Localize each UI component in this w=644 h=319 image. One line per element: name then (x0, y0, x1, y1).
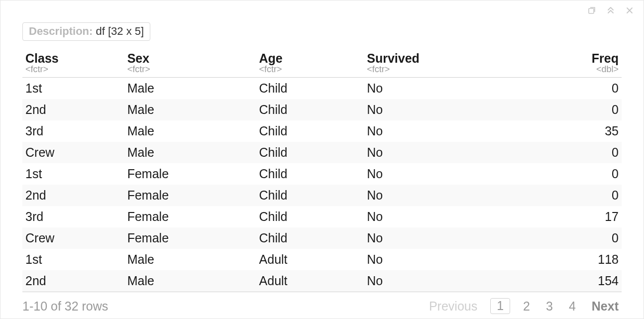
close-icon[interactable] (625, 5, 635, 15)
cell-age: Child (256, 227, 364, 249)
cell-class: 1st (22, 163, 124, 185)
col-type: <fctr> (259, 65, 361, 74)
cell-age: Child (256, 185, 364, 206)
svg-rect-0 (589, 8, 594, 13)
cell-sex: Female (124, 227, 256, 249)
cell-sex: Female (124, 163, 256, 185)
cell-sex: Male (124, 249, 256, 270)
cell-sex: Male (124, 120, 256, 142)
cell-freq: 17 (514, 206, 622, 227)
table-row: 3rdMaleChildNo35 (22, 120, 622, 142)
col-header-survived[interactable]: Survived <fctr> (364, 51, 514, 78)
table-row: 1stMaleAdultNo118 (22, 249, 622, 270)
cell-age: Child (256, 120, 364, 142)
cell-freq: 0 (514, 227, 622, 249)
col-header-class[interactable]: Class <fctr> (22, 51, 124, 78)
cell-age: Adult (256, 270, 364, 292)
cell-class: 3rd (22, 120, 124, 142)
table-row: 2ndMaleChildNo0 (22, 99, 622, 120)
cell-freq: 35 (514, 120, 622, 142)
cell-class: 2nd (22, 185, 124, 206)
col-name: Survived (367, 52, 511, 65)
cell-freq: 0 (514, 185, 622, 206)
cell-survived: No (364, 78, 514, 100)
cell-class: 1st (22, 78, 124, 100)
cell-survived: No (364, 249, 514, 270)
popout-icon[interactable] (587, 5, 597, 15)
col-name: Age (259, 52, 361, 65)
cell-class: Crew (22, 142, 124, 163)
col-header-freq[interactable]: Freq <dbl> (514, 51, 622, 78)
cell-class: Crew (22, 227, 124, 249)
table-body: 1stMaleChildNo02ndMaleChildNo03rdMaleChi… (22, 78, 622, 292)
cell-class: 3rd (22, 206, 124, 227)
cell-sex: Male (124, 142, 256, 163)
cell-freq: 0 (514, 142, 622, 163)
cell-class: 2nd (22, 270, 124, 292)
col-name: Class (25, 52, 121, 65)
col-name: Freq (517, 52, 619, 65)
col-type: <fctr> (367, 65, 511, 74)
cell-freq: 118 (514, 249, 622, 270)
cell-sex: Male (124, 270, 256, 292)
pager-previous[interactable]: Previous (426, 299, 480, 314)
cell-survived: No (364, 99, 514, 120)
cell-survived: No (364, 142, 514, 163)
cell-freq: 154 (514, 270, 622, 292)
pager: Previous 1234Next (426, 298, 622, 314)
cell-survived: No (364, 227, 514, 249)
cell-sex: Female (124, 185, 256, 206)
pager-page-4[interactable]: 4 (566, 299, 579, 314)
cell-freq: 0 (514, 99, 622, 120)
data-viewer-panel: Description: df [32 x 5] Class <fctr> Se… (0, 0, 644, 319)
pager-next[interactable]: Next (589, 299, 622, 314)
cell-freq: 0 (514, 78, 622, 100)
col-type: <fctr> (25, 65, 121, 74)
cell-sex: Male (124, 78, 256, 100)
col-type: <fctr> (127, 65, 253, 74)
pager-page-2[interactable]: 2 (520, 299, 533, 314)
col-name: Sex (127, 52, 253, 65)
table-footer: 1-10 of 32 rows Previous 1234Next (22, 298, 622, 314)
table-row: 3rdFemaleChildNo17 (22, 206, 622, 227)
cell-survived: No (364, 185, 514, 206)
cell-sex: Male (124, 99, 256, 120)
description-label: Description: (29, 25, 93, 37)
row-range: 1-10 of 32 rows (22, 299, 108, 314)
collapse-icon[interactable] (606, 5, 616, 15)
cell-survived: No (364, 270, 514, 292)
cell-age: Child (256, 78, 364, 100)
panel-controls (587, 5, 635, 15)
cell-sex: Female (124, 206, 256, 227)
cell-freq: 0 (514, 163, 622, 185)
cell-age: Child (256, 163, 364, 185)
pager-page-1[interactable]: 1 (490, 298, 510, 314)
col-type: <dbl> (517, 65, 619, 74)
data-table: Class <fctr> Sex <fctr> Age <fctr> Survi… (22, 51, 622, 292)
cell-class: 2nd (22, 99, 124, 120)
cell-age: Adult (256, 249, 364, 270)
cell-age: Child (256, 206, 364, 227)
col-header-sex[interactable]: Sex <fctr> (124, 51, 256, 78)
table-row: 1stFemaleChildNo0 (22, 163, 622, 185)
table-row: 2ndFemaleChildNo0 (22, 185, 622, 206)
table-row: 2ndMaleAdultNo154 (22, 270, 622, 292)
cell-survived: No (364, 163, 514, 185)
cell-survived: No (364, 120, 514, 142)
description-value: df [32 x 5] (96, 25, 144, 37)
cell-age: Child (256, 142, 364, 163)
table-header: Class <fctr> Sex <fctr> Age <fctr> Survi… (22, 51, 622, 78)
table-row: CrewFemaleChildNo0 (22, 227, 622, 249)
description-chip: Description: df [32 x 5] (22, 22, 150, 41)
col-header-age[interactable]: Age <fctr> (256, 51, 364, 78)
pager-page-3[interactable]: 3 (543, 299, 556, 314)
table-row: CrewMaleChildNo0 (22, 142, 622, 163)
table-row: 1stMaleChildNo0 (22, 78, 622, 100)
cell-survived: No (364, 206, 514, 227)
cell-class: 1st (22, 249, 124, 270)
cell-age: Child (256, 99, 364, 120)
